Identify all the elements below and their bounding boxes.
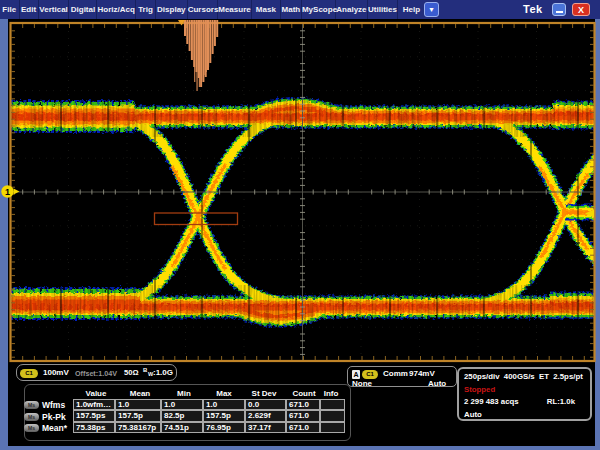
svg-text:1: 1: [5, 187, 10, 197]
